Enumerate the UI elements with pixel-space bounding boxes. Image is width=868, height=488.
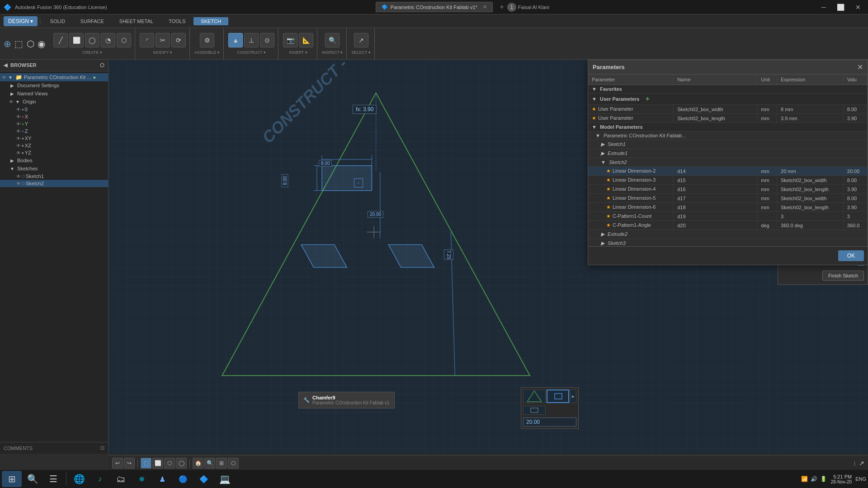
taskbar-search[interactable]: 🔍 [23,471,42,487]
subsection-kit[interactable]: ▼ Parametric COnstruction Kit Fablab... [588,131,868,140]
construct-point-tool[interactable]: ⊙ [260,33,274,47]
tab-tools[interactable]: TOOLS [161,17,193,25]
subsection-sketch3[interactable]: ▶ Sketch3 [588,239,868,247]
sidebar-item-sketches[interactable]: ▼ Sketches [0,164,108,173]
sketch-btn-2[interactable]: ⬡ [164,458,175,469]
finish-sketch-btn[interactable]: Finish Sketch [822,271,864,281]
sidebar-collapse-icon[interactable]: ◀ [4,62,7,68]
redo-btn[interactable]: ↪ [124,458,135,469]
create-arc-tool[interactable]: ◔ [101,33,115,47]
insert-canvas-tool[interactable]: 📐 [299,33,313,47]
construct-plane-tool[interactable]: ▲ [228,33,243,47]
menu-design[interactable]: DESIGN ▾ [4,16,38,26]
modify-offset-tool[interactable]: ⟳ [171,33,186,47]
taskbar-taskview[interactable]: ☰ [43,471,63,487]
comments-toggle[interactable]: ⊡ [100,445,104,451]
parameters-close-btn[interactable]: ✕ [857,63,863,71]
insert-image-tool[interactable]: 📷 [283,33,297,47]
tab-sheet-metal[interactable]: SHEET METAL [112,17,160,25]
create-polygon-tool[interactable]: ⬡ [117,33,131,47]
param-row-d16[interactable]: ★Linear Dimension-4 d16 mm Sketch02_box_… [588,185,868,194]
param-row-box-length[interactable]: ★User Parameter mm 3.9 mm 3.90 [588,114,868,123]
taskbar-start[interactable]: ⊞ [2,471,22,487]
eye-icon[interactable]: 👁 [2,75,6,80]
sidebar-item-doc-settings[interactable]: ▶ Document Settings [0,81,108,89]
modify-fillet-tool[interactable]: ◜ [140,33,154,47]
eye-icon[interactable]: 👁 [16,114,21,119]
eye-icon[interactable]: 👁 [16,174,21,179]
new-tab-btn[interactable]: ＋ [498,2,505,12]
sidebar-item-yz[interactable]: 👁 ● YZ [0,149,108,156]
canvas-input-box[interactable]: + [354,178,363,188]
param-row-box-width[interactable]: ★User Parameter mm 8 mm 8.00 [588,105,868,114]
eye-icon[interactable]: 👁 [16,143,21,148]
eye-icon[interactable]: 👁 [16,107,21,112]
subsection-sketch1[interactable]: ▶ Sketch1 [588,140,868,149]
add-param-btn[interactable]: ＋ [644,95,651,102]
active-tab[interactable]: 🔷 Parametric COnstruction Kit Fablab v1*… [376,2,493,12]
param-row-d18[interactable]: ★Linear Dimension-6 d18 mm Sketch02_box_… [588,203,868,212]
select-mode-btn[interactable]: ⬚ [141,458,151,469]
sidebar-item-xz[interactable]: 👁 ● XZ [0,142,108,149]
sidebar-item-z[interactable]: 👁 ● Z [0,127,108,135]
tab-solid[interactable]: SOLID [43,17,72,25]
sidebar-item-root[interactable]: 👁 ▼ 📁 Parametric COnstruction Kit ... ● [0,73,108,81]
taskbar-spotify[interactable]: ♪ [90,471,110,487]
taskbar-edge[interactable]: 🌐 [69,471,89,487]
sidebar-item-sketch2[interactable]: 👁 ⬡ Sketch2 [0,180,108,187]
taskbar-explorer[interactable]: 🗂 [111,471,131,487]
modify-trim-tool[interactable]: ✂ [156,33,170,47]
sketch-btn-1[interactable]: ⬜ [152,458,163,469]
sidebar-item-named-views[interactable]: ▶ Named Views [0,89,108,98]
view-zoom-btn[interactable]: 🔍 [204,458,215,469]
ok-button[interactable]: OK [838,250,864,261]
param-row-d20[interactable]: ★C-Pattern1-Angle d20 deg 360.0 deg 360.… [588,221,868,230]
sidebar-expand-icon[interactable]: ⬡ [100,62,104,68]
taskbar-blender[interactable]: 🔵 [173,471,193,487]
subsection-sketch2[interactable]: ▼ Sketch2 [588,158,868,167]
eye-icon[interactable]: 👁 [9,99,14,104]
taskbar-fusion[interactable]: 🔷 [194,471,214,487]
eye-icon[interactable]: 👁 [16,136,21,141]
create-rect-tool[interactable]: ⬜ [69,33,84,47]
sketch-btn-3[interactable]: ◯ [176,458,187,469]
param-row-d15[interactable]: ★Linear Dimension-3 d15 mm Sketch02_box_… [588,176,868,185]
tab-surface[interactable]: SURFACE [73,17,111,25]
param-row-d19[interactable]: ★C-Pattern1-Count d19 3 3 [588,212,868,221]
select-tool[interactable]: ↗ [354,33,368,47]
sidebar-item-sketch1[interactable]: 👁 ⬡ Sketch1 [0,173,108,180]
construct-axis-tool[interactable]: ⊥ [244,33,259,47]
sidebar-item-bodies[interactable]: ▶ Bodies [0,156,108,164]
tab-close-icon[interactable]: ✕ [483,4,487,10]
view-grid-btn[interactable]: ⊞ [216,458,227,469]
taskbar-time-date[interactable]: 5:21 PM 28-Nov-20 [830,474,852,484]
undo-btn[interactable]: ↩ [112,458,123,469]
eye-icon[interactable]: 👁 [16,129,21,134]
param-row-d17[interactable]: ★Linear Dimension-5 d17 mm Sketch02_box_… [588,194,868,203]
param-name-input-width[interactable] [677,107,753,112]
taskbar-blizzard[interactable]: ❄ [132,471,151,487]
create-line-tool[interactable]: ╱ [53,33,68,47]
subsection-extrude1[interactable]: ▶ Extrude1 [588,149,868,158]
view-display-btn[interactable]: ⬡ [228,458,239,469]
view-home-btn[interactable]: 🏠 [193,458,203,469]
maximize-btn[interactable]: ⬜ [833,4,848,11]
sidebar-item-y[interactable]: 👁 ● Y [0,120,108,127]
sidebar-item-xy[interactable]: 👁 ● XY [0,135,108,142]
taskbar-steam[interactable]: ♟ [152,471,172,487]
eye-icon[interactable]: 👁 [16,150,21,155]
sidebar-item-origin[interactable]: 👁 ▼ Origin [0,98,108,106]
sidebar-item-origin-0[interactable]: 👁 ● 0 [0,106,108,113]
eye-icon[interactable]: 👁 [16,122,21,127]
taskbar-other[interactable]: 💻 [215,471,235,487]
param-name-input-length[interactable] [677,116,753,121]
subsection-extrude2[interactable]: ▶ Extrude2 [588,230,868,239]
eye-icon[interactable]: 👁 [16,181,21,186]
tab-sketch[interactable]: SKETCH [193,17,228,25]
sidebar-item-x[interactable]: 👁 ● X [0,113,108,120]
close-btn[interactable]: ✕ [852,4,864,11]
create-circle-tool[interactable]: ◯ [85,33,99,47]
inspect-tool[interactable]: 🔍 [325,33,340,47]
minimize-btn[interactable]: ─ [818,4,830,11]
param-row-d14[interactable]: ★Linear Dimension-2 d14 mm 20 mm 20.00 [588,167,868,176]
